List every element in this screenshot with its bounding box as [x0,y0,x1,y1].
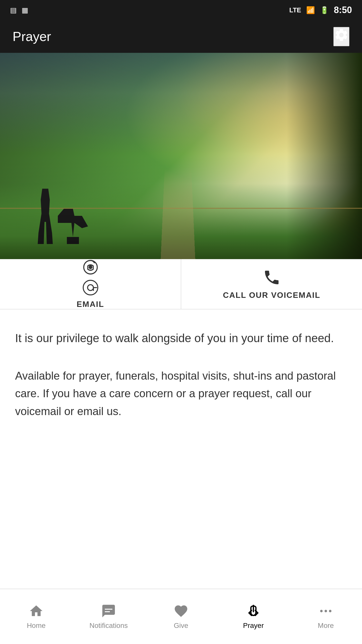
lte-icon: LTE [289,6,301,14]
nav-give[interactable]: Give [145,589,217,644]
email-icon [81,259,100,275]
phone-icon [263,268,281,287]
home-icon [29,603,44,619]
nav-prayer[interactable]: Prayer [217,589,290,644]
content-paragraph-1: It is our privilege to walk alongside of… [15,330,347,347]
svg-point-3 [87,285,93,290]
email-label: EMAIL [77,300,104,309]
gear-icon [334,27,349,43]
svg-point-6 [320,610,323,612]
nav-more[interactable]: More [290,589,362,644]
more-icon [318,603,333,619]
wheelchair-silhouette [58,209,88,244]
status-bar-left: ▤ ▦ [10,6,28,14]
svg-point-7 [325,610,327,612]
nav-home-label: Home [27,622,46,630]
signal-bars-icon: 📶 [306,6,315,14]
prayer-icon [246,603,261,619]
path-line [160,167,195,259]
trees-right [287,53,362,259]
nav-more-label: More [318,622,334,630]
at-icon [81,279,100,296]
hero-image [0,53,362,259]
status-time: 8:50 [334,5,352,15]
nav-give-label: Give [174,622,188,630]
voicemail-label: CALL OUR VOICEMAIL [223,291,320,300]
nav-home[interactable]: Home [0,589,72,644]
notifications-icon [101,603,116,619]
settings-button[interactable] [333,27,349,46]
content-paragraph-2: Available for prayer, funerals, hospital… [15,367,347,420]
person-silhouette [38,189,53,244]
battery-icon: 🔋 [320,6,329,14]
app-header: Prayer [0,20,362,53]
content-area: It is our privilege to walk alongside of… [0,309,362,440]
give-icon [173,603,189,619]
svg-point-8 [329,610,332,612]
email-button[interactable]: EMAIL [0,259,181,309]
nav-notifications[interactable]: Notifications [72,589,145,644]
silhouette-container [38,189,88,244]
voicemail-button[interactable]: CALL OUR VOICEMAIL [181,259,362,309]
action-row: EMAIL CALL OUR VOICEMAIL [0,259,362,309]
nav-notifications-label: Notifications [89,622,128,630]
nav-prayer-label: Prayer [243,622,264,630]
page-title: Prayer [13,29,51,44]
bottom-nav: Home Notifications Give Prayer More [0,589,362,644]
svg-point-1 [89,266,92,269]
signal-icon: ▤ [10,6,17,14]
wifi-icon: ▦ [22,6,28,14]
status-bar-right: LTE 📶 🔋 8:50 [289,5,352,15]
status-bar: ▤ ▦ LTE 📶 🔋 8:50 [0,0,362,20]
